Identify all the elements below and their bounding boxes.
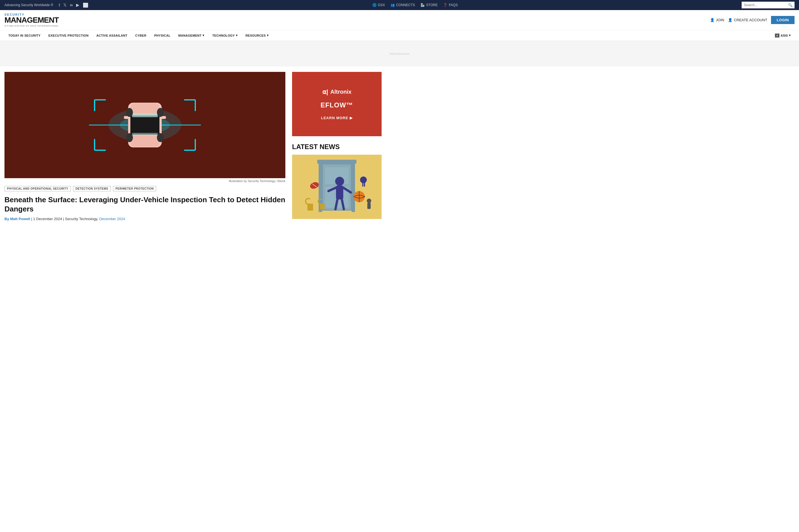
resources-dropdown-icon: ▾ [267, 34, 269, 37]
latest-news-image[interactable] [292, 155, 382, 219]
article-meta: By Matt Powell | 1 December 2024 | Secur… [4, 217, 285, 221]
svg-rect-22 [351, 162, 355, 212]
youtube-icon[interactable]: ▶ [76, 2, 79, 7]
join-link[interactable]: 👤 JOIN [710, 18, 724, 22]
facebook-icon[interactable]: f [59, 3, 60, 7]
ad-banner-placeholder: Advertisement [390, 52, 409, 55]
article-illustration [4, 72, 285, 178]
connects-nav-item[interactable]: 👥 CONNECTS [391, 3, 415, 7]
tag-perimeter-protection[interactable]: PERIMETER PROTECTION [113, 186, 156, 191]
top-bar-site-name: Advancing Security Worldwide ® f 𝕏 in ▶ … [4, 2, 89, 8]
create-account-icon: 👤 [728, 18, 733, 22]
latest-news-illustration [292, 155, 382, 219]
create-account-link[interactable]: 👤 CREATE ACCOUNT [728, 18, 767, 22]
svg-rect-9 [132, 133, 158, 136]
faqs-nav-item[interactable]: ❓ FAQS [443, 3, 458, 7]
store-nav-item[interactable]: 🏪 STORE [420, 3, 438, 7]
article-date: 1 December 2024 [33, 217, 62, 221]
asis-dropdown-icon: ▾ [789, 34, 791, 37]
tag-detection-systems[interactable]: DETECTION SYSTEMS [73, 186, 111, 191]
site-name-text: Advancing Security Worldwide ® [4, 3, 53, 7]
site-header: SECURITY MANAGEMENT A PUBLICATION OF ASI… [0, 10, 799, 30]
login-button[interactable]: LOGIN [771, 16, 795, 24]
image-caption: Illustration by Security Technology; iSt… [4, 179, 285, 183]
top-bar: Advancing Security Worldwide ® f 𝕏 in ▶ … [0, 0, 799, 10]
altronix-symbol: ⍺| [322, 89, 328, 96]
gsx-nav-item[interactable]: 🌐 GSX [373, 3, 385, 7]
svg-rect-40 [320, 204, 325, 209]
instagram-icon[interactable]: ⬜ [83, 2, 89, 8]
asis-label: ASIS [781, 34, 788, 37]
technology-dropdown-icon: ▾ [236, 34, 237, 37]
svg-point-13 [157, 108, 164, 117]
svg-rect-5 [130, 115, 159, 135]
join-icon: 👤 [710, 18, 715, 22]
search-button[interactable]: 🔍 [786, 2, 795, 8]
svg-rect-36 [362, 183, 363, 187]
altronix-product: EFLOW™ [321, 101, 353, 109]
faqs-icon: ❓ [443, 3, 448, 7]
search-input[interactable] [742, 2, 786, 8]
nav-executive-protection[interactable]: EXECUTIVE PROTECTION [44, 31, 93, 41]
create-account-label: CREATE ACCOUNT [734, 18, 767, 22]
nav-cyber[interactable]: CYBER [131, 31, 150, 41]
svg-point-14 [126, 133, 133, 142]
ad-banner: Advertisement [0, 41, 799, 66]
main-content: Illustration by Security Technology; iSt… [0, 66, 386, 227]
altronix-cta[interactable]: LEARN MORE ▶ [321, 116, 353, 120]
nav-today-in-security[interactable]: TODAY IN SECURITY [4, 31, 44, 41]
site-logo[interactable]: SECURITY MANAGEMENT A PUBLICATION OF ASI… [4, 13, 59, 27]
faqs-label: FAQS [449, 3, 458, 7]
connects-label: CONNECTS [396, 3, 415, 7]
nav-physical[interactable]: PHYSICAL [150, 31, 174, 41]
gsx-label: GSX [378, 3, 385, 7]
article-section: Illustration by Security Technology; iSt… [4, 72, 285, 221]
linkedin-icon[interactable]: in [70, 3, 73, 7]
article-section: Security Technology, [65, 217, 98, 221]
altronix-ad[interactable]: ⍺| Altronix EFLOW™ LEARN MORE ▶ [292, 72, 382, 136]
logo-subtitle: A PUBLICATION OF ASIS INTERNATIONAL [4, 25, 59, 27]
search-box: 🔍 [742, 2, 795, 8]
svg-point-35 [360, 176, 367, 183]
nav-asis[interactable]: A ASIS ▾ [771, 31, 795, 40]
svg-rect-34 [307, 204, 313, 211]
svg-point-24 [335, 177, 344, 186]
svg-rect-37 [364, 183, 365, 187]
top-bar-nav: 🌐 GSX 👥 CONNECTS 🏪 STORE ❓ FAQS [373, 3, 458, 7]
main-nav: TODAY IN SECURITY EXECUTIVE PROTECTION A… [0, 30, 799, 41]
store-label: STORE [426, 3, 438, 7]
logo-management-text: MANAGEMENT [4, 16, 59, 24]
nav-management[interactable]: MANAGEMENT ▾ [174, 30, 208, 41]
store-icon: 🏪 [420, 3, 425, 7]
article-section-link[interactable]: December 2024 [99, 217, 125, 221]
asis-logo-icon: A [775, 34, 780, 37]
people-icon: 👥 [391, 3, 395, 7]
article-author[interactable]: By Matt Powell [4, 217, 30, 221]
sidebar: ⍺| Altronix EFLOW™ LEARN MORE ▶ LATEST N… [292, 72, 382, 221]
article-image-wrap: Illustration by Security Technology; iSt… [4, 72, 285, 183]
svg-rect-23 [317, 160, 357, 164]
nav-resources[interactable]: RESOURCES ▾ [242, 30, 273, 41]
altronix-logo: ⍺| Altronix [322, 89, 351, 96]
svg-rect-7 [131, 135, 159, 147]
tag-physical-operational[interactable]: PHYSICAL AND OPERATIONAL SECURITY [4, 186, 71, 191]
social-icons: f 𝕏 in ▶ ⬜ [59, 2, 89, 8]
header-actions: 👤 JOIN 👤 CREATE ACCOUNT LOGIN [710, 16, 795, 24]
article-tags: PHYSICAL AND OPERATIONAL SECURITY DETECT… [4, 186, 285, 191]
svg-rect-8 [132, 113, 158, 117]
article-hero-image [4, 72, 285, 178]
management-dropdown-icon: ▾ [203, 34, 204, 37]
svg-point-38 [367, 198, 371, 203]
join-label: JOIN [716, 18, 724, 22]
altronix-brand: Altronix [330, 89, 351, 95]
svg-point-12 [126, 108, 133, 117]
article-title: Beneath the Surface: Leveraging Under-Ve… [4, 195, 285, 213]
svg-rect-39 [367, 203, 371, 209]
twitter-icon[interactable]: 𝕏 [63, 2, 66, 7]
latest-news-title: LATEST NEWS [292, 143, 382, 151]
globe-icon: 🌐 [373, 3, 377, 7]
svg-point-15 [157, 133, 164, 142]
nav-active-assailant[interactable]: ACTIVE ASSAILANT [92, 31, 131, 41]
nav-technology[interactable]: TECHNOLOGY ▾ [208, 30, 242, 41]
